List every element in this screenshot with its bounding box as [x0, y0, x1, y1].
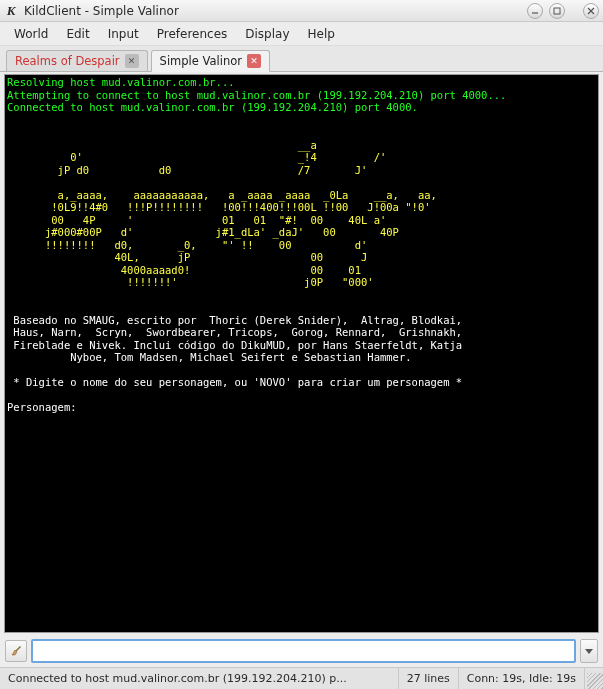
terminal-line: Fireblade e Nivek. Inclui código do Diku…	[7, 339, 596, 352]
minimize-button[interactable]	[527, 3, 543, 19]
terminal-line	[7, 289, 596, 302]
terminal-line: !0L9!!4#0 !!!P!!!!!!!! !00!!!400!!!00L !…	[7, 201, 596, 214]
statusbar: Connected to host mud.valinor.com.br (19…	[0, 667, 603, 689]
menu-input[interactable]: Input	[100, 24, 147, 44]
menu-edit[interactable]: Edit	[58, 24, 97, 44]
terminal-line: Resolving host mud.valinor.com.br...	[7, 76, 596, 89]
terminal-line: __a	[7, 139, 596, 152]
close-icon[interactable]: ✕	[125, 54, 139, 68]
tab-label: Simple Valinor	[160, 54, 242, 68]
terminal-line: 4000aaaad0! 00 01	[7, 264, 596, 277]
tab-realms-of-despair[interactable]: Realms of Despair ✕	[6, 50, 148, 71]
input-history-dropdown[interactable]	[580, 639, 598, 663]
tabbar: Realms of Despair ✕ Simple Valinor ✕	[0, 46, 603, 72]
terminal-output: Resolving host mud.valinor.com.br...Atte…	[5, 75, 598, 415]
status-time: Conn: 19s, Idle: 19s	[459, 668, 585, 689]
status-lines: 27 lines	[399, 668, 459, 689]
menu-preferences[interactable]: Preferences	[149, 24, 236, 44]
terminal-line: jP d0 d0 /7 J'	[7, 164, 596, 177]
menu-display[interactable]: Display	[237, 24, 297, 44]
terminal-line: j#000#00P d' j#1_dLa' _daJ' 00 40P	[7, 226, 596, 239]
terminal-line: a,_aaaa, aaaaaaaaaaa, a _aaaa _aaaa _0La…	[7, 189, 596, 202]
command-input[interactable]	[31, 639, 576, 663]
status-connection: Connected to host mud.valinor.com.br (19…	[0, 668, 399, 689]
terminal-line: 40L, jP 00 J	[7, 251, 596, 264]
svg-rect-1	[554, 8, 560, 14]
terminal-line	[7, 126, 596, 139]
terminal-line: Baseado no SMAUG, escrito por Thoric (De…	[7, 314, 596, 327]
close-icon[interactable]: ✕	[247, 54, 261, 68]
window-titlebar: K KildClient - Simple Valinor	[0, 0, 603, 22]
tab-simple-valinor[interactable]: Simple Valinor ✕	[151, 50, 270, 72]
menu-help[interactable]: Help	[300, 24, 343, 44]
svg-line-5	[16, 647, 21, 652]
terminal-line: Attempting to connect to host mud.valino…	[7, 89, 596, 102]
chevron-down-icon	[584, 646, 594, 656]
terminal-line	[7, 301, 596, 314]
window-title: KildClient - Simple Valinor	[24, 4, 521, 18]
terminal-line: !!!!!!!' j0P "000'	[7, 276, 596, 289]
input-bar	[0, 635, 603, 667]
terminal-line: Personagem:	[7, 401, 596, 414]
terminal-line: Nyboe, Tom Madsen, Michael Seifert e Seb…	[7, 351, 596, 364]
terminal-line	[7, 176, 596, 189]
brush-icon	[9, 644, 23, 658]
terminal-line	[7, 114, 596, 127]
terminal-line: Connected to host mud.valinor.com.br (19…	[7, 101, 596, 114]
menubar: World Edit Input Preferences Display Hel…	[0, 22, 603, 46]
app-icon: K	[4, 4, 18, 18]
terminal-line: 0' _!4 /'	[7, 151, 596, 164]
clear-input-button[interactable]	[5, 640, 27, 662]
terminal-line	[7, 389, 596, 402]
menu-world[interactable]: World	[6, 24, 56, 44]
svg-marker-6	[585, 649, 593, 654]
terminal-line: Haus, Narn, Scryn, Swordbearer, Tricops,…	[7, 326, 596, 339]
resize-grip[interactable]	[587, 673, 603, 689]
terminal-line: * Digite o nome do seu personagem, ou 'N…	[7, 376, 596, 389]
terminal-line: 00 4P ' 01 01 "#! 00 40L a'	[7, 214, 596, 227]
terminal-line	[7, 364, 596, 377]
terminal-scrollback[interactable]: Resolving host mud.valinor.com.br...Atte…	[4, 74, 599, 633]
tab-label: Realms of Despair	[15, 54, 120, 68]
maximize-button[interactable]	[549, 3, 565, 19]
terminal-line: !!!!!!!! d0, _0, "' !! 00 d'	[7, 239, 596, 252]
close-window-button[interactable]	[583, 3, 599, 19]
